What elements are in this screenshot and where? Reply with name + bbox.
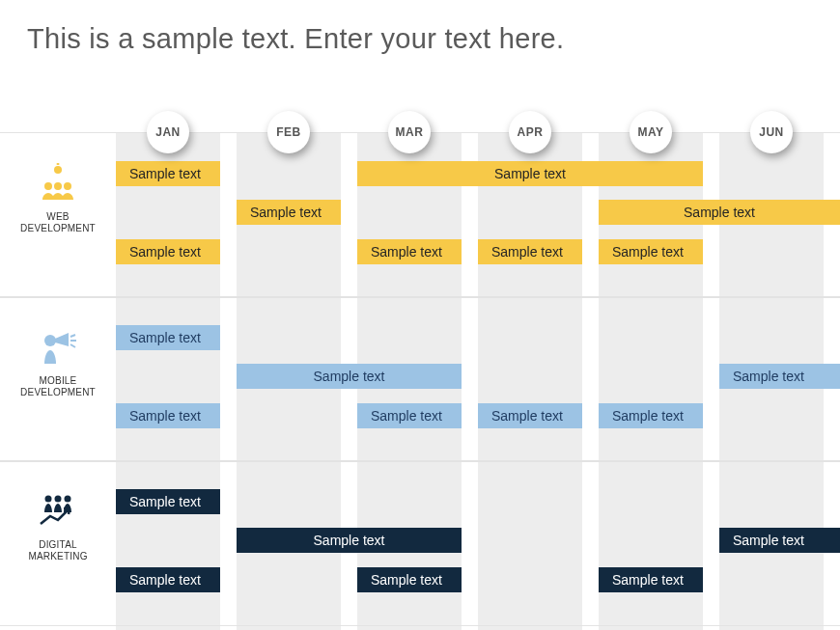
svg-point-0 bbox=[54, 166, 62, 174]
gantt-bar: Sample text bbox=[237, 364, 462, 389]
category-mobile: MOBILEDEVELOPMENT bbox=[0, 327, 116, 398]
month-pin-jun: JUN bbox=[750, 111, 793, 153]
svg-point-2 bbox=[44, 182, 52, 190]
category-label: DIGITALMARKETING bbox=[0, 539, 116, 562]
gantt-bar: Sample text bbox=[599, 239, 703, 264]
gantt-bar: Sample text bbox=[237, 200, 341, 225]
gantt-bar: Sample text bbox=[116, 403, 220, 428]
category-label: WEBDEVELOPMENT bbox=[0, 211, 116, 234]
gantt-bar: Sample text bbox=[478, 239, 582, 264]
svg-point-3 bbox=[54, 182, 62, 190]
svg-point-4 bbox=[64, 182, 71, 190]
gantt-bar: Sample text bbox=[116, 567, 220, 592]
megaphone-icon bbox=[37, 327, 79, 364]
gantt-bar: Sample text bbox=[357, 567, 462, 592]
gantt-chart: WEBDEVELOPMENT MOBILEDEVELOPMENT DIGITAL… bbox=[0, 111, 840, 630]
category-web: WEBDEVELOPMENT bbox=[0, 163, 116, 234]
gantt-bar: Sample text bbox=[116, 489, 220, 514]
gantt-bar: Sample text bbox=[357, 239, 462, 264]
gantt-bar: Sample text bbox=[599, 567, 703, 592]
gantt-bar: Sample text bbox=[478, 403, 582, 428]
category-label: MOBILEDEVELOPMENT bbox=[0, 375, 116, 398]
gantt-bar: Sample text bbox=[599, 403, 703, 428]
team-idea-icon bbox=[37, 163, 79, 200]
gantt-bars: Sample textSample textSample textSample … bbox=[116, 132, 840, 630]
month-pin-may: MAY bbox=[630, 111, 672, 153]
gantt-bar: Sample text bbox=[116, 325, 220, 350]
month-pin-mar: MAR bbox=[388, 111, 431, 153]
gantt-bar: Sample text bbox=[357, 161, 703, 186]
svg-point-7 bbox=[55, 496, 62, 503]
month-pin-feb: FEB bbox=[267, 111, 310, 153]
month-header: JAN FEB MAR APR MAY JUN bbox=[116, 111, 840, 153]
svg-point-8 bbox=[65, 496, 71, 503]
gantt-bar: Sample text bbox=[116, 161, 220, 186]
svg-rect-1 bbox=[57, 163, 60, 165]
gantt-bar: Sample text bbox=[719, 364, 840, 389]
gantt-bar: Sample text bbox=[116, 239, 220, 264]
gantt-bar: Sample text bbox=[237, 528, 462, 553]
gantt-bar: Sample text bbox=[357, 403, 462, 428]
svg-point-6 bbox=[45, 496, 52, 503]
category-digital: DIGITALMARKETING bbox=[0, 491, 116, 562]
month-pin-jan: JAN bbox=[147, 111, 189, 153]
people-graph-icon bbox=[37, 491, 79, 528]
svg-point-5 bbox=[44, 335, 56, 346]
page-title: This is a sample text. Enter your text h… bbox=[0, 0, 840, 55]
month-pin-apr: APR bbox=[509, 111, 551, 153]
gantt-bar: Sample text bbox=[719, 528, 840, 553]
gantt-bar: Sample text bbox=[599, 200, 840, 225]
